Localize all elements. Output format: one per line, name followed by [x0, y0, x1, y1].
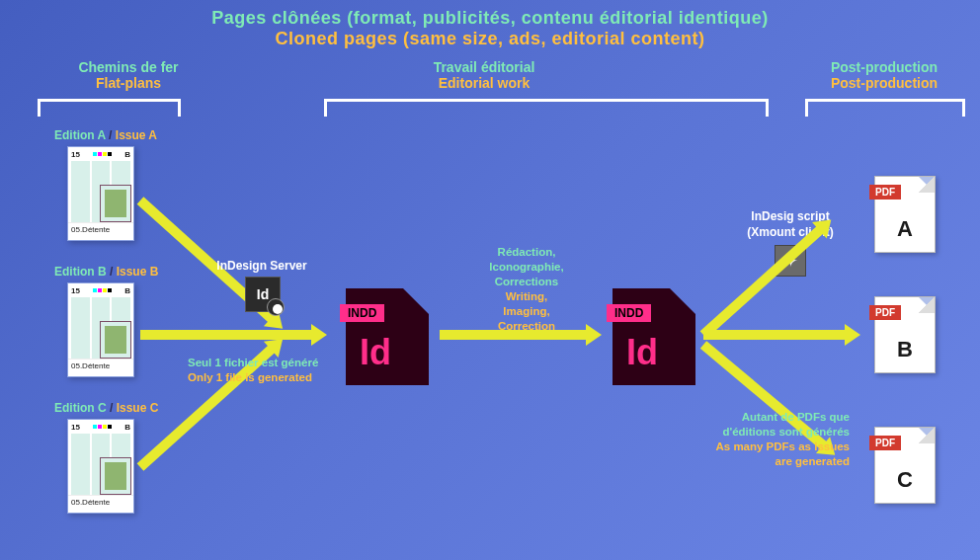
flatplan-a-thumb: 15B 05.Détente: [67, 146, 134, 241]
section-editorial-label: Travail éditorial Editorial work: [356, 59, 612, 91]
title-en: Cloned pages (same size, ads, editorial …: [0, 29, 980, 49]
indesign-server-icon: Id: [245, 277, 281, 312]
ad-image-icon: [100, 185, 131, 222]
title-fr: Pages clônées (format, publicités, conte…: [211, 8, 769, 28]
single-file-note: Seul 1 fichier est généré Only 1 file is…: [188, 356, 318, 385]
arrow-to-pdf-b: [703, 330, 847, 340]
ad-image-icon: [100, 321, 131, 359]
indd-tag: INDD: [340, 304, 384, 322]
flatplan-c-thumb: 15B 05.Détente: [67, 419, 134, 514]
arrow-to-pdf-a: [700, 225, 825, 338]
indesign-server-label: InDesign Server: [198, 259, 326, 273]
pdf-count-note: Autant de PDFs que d'éditions sont génér…: [692, 410, 850, 469]
flatplan-c-label: Edition C / Issue C: [54, 401, 158, 415]
flatplan-b-thumb: 15B 05.Détente: [67, 282, 134, 377]
bracket-post: [805, 99, 965, 117]
section-flatplans-label: Chemins de fer Flat-plans: [40, 59, 217, 91]
editorial-note: Rédaction, Iconographie, Corrections Wri…: [462, 245, 591, 334]
bracket-editorial: [324, 99, 769, 117]
pdf-b: PDF B: [874, 296, 936, 373]
indd-tag: INDD: [607, 304, 651, 322]
ad-image-icon: [100, 457, 131, 495]
pdf-badge-icon: PDF: [869, 305, 901, 320]
pdf-badge-icon: PDF: [869, 185, 901, 200]
pdf-a: PDF A: [874, 176, 936, 253]
diagram-title: Pages clônées (format, publicités, conte…: [0, 8, 980, 49]
indd-file-2: INDD Id: [612, 288, 695, 385]
bracket-flatplans: [38, 99, 181, 117]
indd-file-1: INDD Id: [346, 288, 429, 385]
section-post-label: Post-production Post-production: [800, 59, 968, 91]
flatplan-a-label: Edition A / Issue A: [54, 128, 157, 142]
arrow-b-to-indd: [140, 330, 313, 340]
gear-icon: [273, 304, 283, 314]
pdf-badge-icon: PDF: [869, 436, 901, 450]
flatplan-b-label: Edition B / Issue B: [54, 265, 158, 279]
pdf-c: PDF C: [874, 427, 936, 504]
